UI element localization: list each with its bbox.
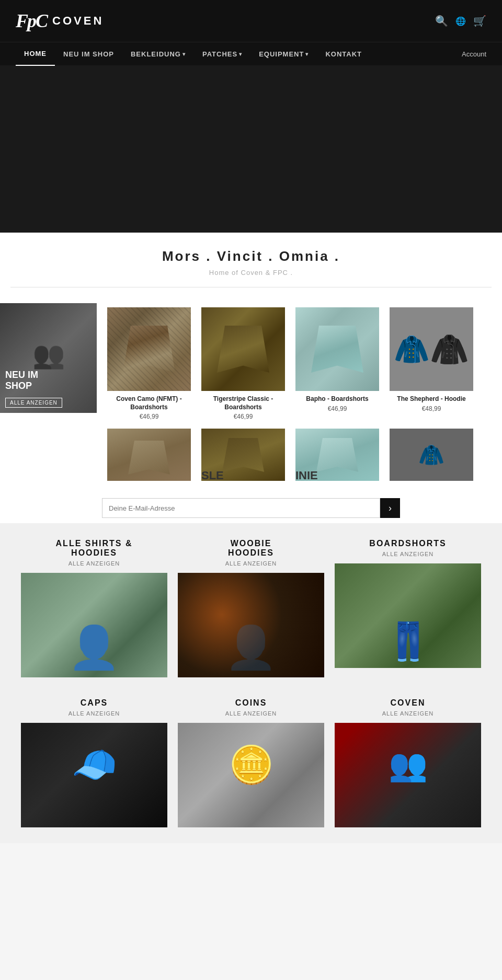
product-price: €46,99 <box>106 413 192 420</box>
category-image[interactable] <box>178 573 324 677</box>
category-title: BOARDSHORTS <box>335 539 481 548</box>
category-title: WOOBIEHOODIES <box>178 539 324 558</box>
category-boardshorts: BOARDSHORTS ALLE ANZEIGEN <box>335 539 481 677</box>
product-card-sm[interactable]: SLE asse I <box>196 424 290 485</box>
category-link[interactable]: ALLE ANZEIGEN <box>21 560 167 567</box>
logo-coven: COVEN <box>52 14 104 28</box>
nav-item-home[interactable]: HOME <box>16 42 55 66</box>
nav-item-neu[interactable]: NEU IM SHOP <box>55 42 122 66</box>
chevron-down-icon: ▾ <box>305 51 309 57</box>
site-header: FpC COVEN 🔍 🌐 🛒 <box>0 0 502 42</box>
category-title: COINS <box>178 698 324 708</box>
product-image: 🧥 <box>390 307 473 391</box>
flag-icon[interactable]: 🌐 <box>455 16 466 26</box>
product-name: Coven Camo (NFMT) - Boardshorts <box>106 395 192 411</box>
product-card[interactable]: Tigerstripe Classic - Boardshorts €46,99 <box>196 303 290 424</box>
newsletter-input[interactable] <box>102 498 380 518</box>
account-link[interactable]: Account <box>462 50 486 58</box>
category-link[interactable]: ALLE ANZEIGEN <box>178 560 324 567</box>
product-name: Bapho - Boardshorts <box>294 395 380 403</box>
product-image <box>107 307 191 391</box>
nav-item-kontakt[interactable]: KONTAKT <box>317 42 370 66</box>
product-shape <box>217 326 269 373</box>
category-title: CAPS <box>21 698 167 708</box>
category-image[interactable] <box>335 563 481 668</box>
tagline-title: Mors . Vincit . Omnia . <box>10 248 492 264</box>
alle-anzeigen-button[interactable]: ALLE ANZEIGEN <box>5 398 62 408</box>
logo[interactable]: FpC COVEN <box>16 10 104 32</box>
newsletter-section: › <box>0 495 502 523</box>
category-image[interactable] <box>178 723 324 827</box>
product-name: Tigerstripe Classic - Boardshorts <box>200 395 286 411</box>
category-caps: CAPS ALLE ANZEIGEN <box>21 698 167 827</box>
cart-icon[interactable]: 🛒 <box>473 15 486 27</box>
category-coven: COVEN ALLE ANZEIGEN <box>335 698 481 827</box>
product-card-sm[interactable] <box>102 424 196 485</box>
category-link[interactable]: ALLE ANZEIGEN <box>21 710 167 717</box>
product-name: The Shepherd - Hoodie <box>389 395 474 403</box>
tagline-subtitle: Home of Coven & FPC . <box>10 269 492 276</box>
category-image[interactable] <box>335 723 481 827</box>
category-link[interactable]: ALLE ANZEIGEN <box>335 710 481 717</box>
category-title: COVEN <box>335 698 481 708</box>
category-image[interactable] <box>21 573 167 677</box>
category-title: ALLE SHIRTS &HOODIES <box>21 539 167 558</box>
partial-label-sle: SLE <box>201 469 224 482</box>
products-row-2: SLE asse I INIE les m 🧥 <box>102 424 502 485</box>
product-card[interactable]: Bapho - Boardshorts €46,99 <box>290 303 384 424</box>
category-image[interactable] <box>21 723 167 827</box>
logo-fpc: FpC <box>16 10 47 32</box>
main-nav: HOME NEU IM SHOP BEKLEIDUNG ▾ PATCHES ▾ … <box>0 42 502 65</box>
neu-im-shop-card: NEU IMSHOP ALLE ANZEIGEN <box>0 303 97 413</box>
category-shirts-hoodies: ALLE SHIRTS &HOODIES ALLE ANZEIGEN <box>21 539 167 677</box>
category-woobie-hoodies: WOOBIEHOODIES ALLE ANZEIGEN <box>178 539 324 677</box>
categories-row-2: CAPS ALLE ANZEIGEN COINS ALLE ANZEIGEN C… <box>0 693 502 843</box>
tagline-section: Mors . Vincit . Omnia . Home of Coven & … <box>0 233 502 298</box>
product-image <box>201 307 285 391</box>
product-card[interactable]: Coven Camo (NFMT) - Boardshorts €46,99 <box>102 303 196 424</box>
partial-label-inie: INIE <box>295 469 318 482</box>
product-card-sm[interactable]: INIE les m <box>290 424 384 485</box>
partial-sublabel-sle: asse I <box>201 484 216 485</box>
category-coins: COINS ALLE ANZEIGEN <box>178 698 324 827</box>
product-section: NEU IMSHOP ALLE ANZEIGEN Coven Camo (NFM… <box>0 298 502 495</box>
search-icon[interactable]: 🔍 <box>435 15 448 27</box>
chevron-down-icon: ▾ <box>239 51 242 57</box>
newsletter-submit-button[interactable]: › <box>380 498 400 518</box>
product-card[interactable]: 🧥 The Shepherd - Hoodie €48,99 <box>384 303 478 424</box>
nav-item-equipment[interactable]: EQUIPMENT ▾ <box>250 42 317 66</box>
header-icons: 🔍 🌐 🛒 <box>435 15 486 27</box>
hero-banner <box>0 65 502 233</box>
neu-im-shop-label: NEU IMSHOP <box>5 370 38 392</box>
product-price: €48,99 <box>389 405 474 412</box>
product-image <box>295 307 379 391</box>
partial-sublabel-inie: les m <box>295 484 309 485</box>
nav-item-patches[interactable]: PATCHES ▾ <box>194 42 250 66</box>
soldier-image <box>0 303 97 413</box>
chevron-down-icon: ▾ <box>182 51 186 57</box>
product-shape <box>123 326 175 373</box>
products-container: Coven Camo (NFMT) - Boardshorts €46,99 T… <box>102 303 502 485</box>
product-price: €46,99 <box>200 413 286 420</box>
nav-item-bekleidung[interactable]: BEKLEIDUNG ▾ <box>122 42 194 66</box>
product-card-sm[interactable]: 🧥 <box>384 424 478 485</box>
products-row-1: Coven Camo (NFMT) - Boardshorts €46,99 T… <box>102 303 502 424</box>
divider <box>10 287 492 287</box>
category-link[interactable]: ALLE ANZEIGEN <box>335 551 481 557</box>
categories-row-1: ALLE SHIRTS &HOODIES ALLE ANZEIGEN WOOBI… <box>0 523 502 693</box>
category-link[interactable]: ALLE ANZEIGEN <box>178 710 324 717</box>
product-price: €46,99 <box>294 405 380 412</box>
product-shape <box>311 326 363 373</box>
